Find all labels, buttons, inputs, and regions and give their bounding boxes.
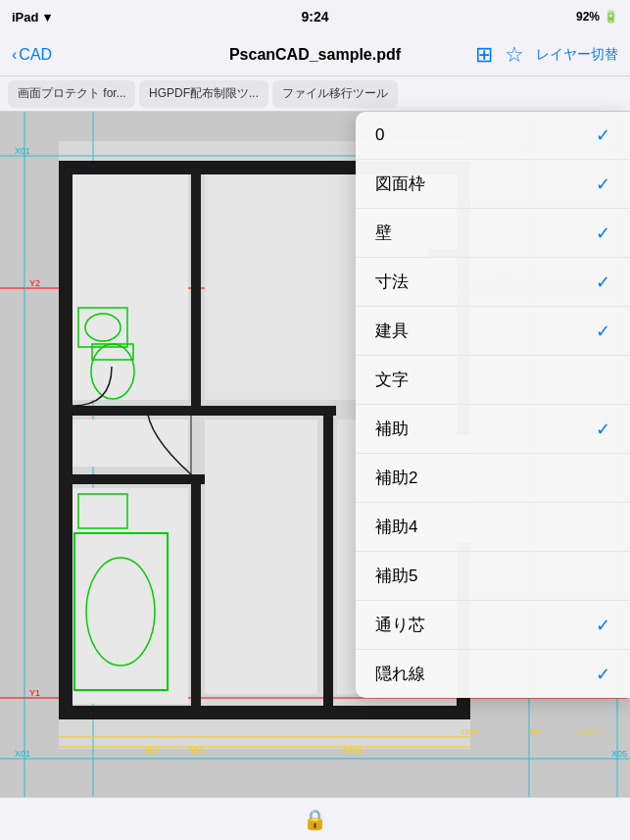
layer-item-2[interactable]: 壁✓	[356, 209, 630, 258]
svg-rect-28	[73, 420, 188, 467]
layer-name-8: 補助4	[375, 516, 417, 538]
layer-name-4: 建具	[375, 320, 409, 342]
tab-item-0[interactable]: 画面プロテクト for...	[8, 80, 135, 108]
layer-item-4[interactable]: 建具✓	[356, 307, 630, 356]
layer-name-3: 寸法	[375, 271, 409, 293]
layer-name-0: 0	[375, 125, 384, 145]
status-bar: iPad ▾ 9:24 92% 🔋	[0, 0, 630, 33]
svg-text:900: 900	[188, 746, 203, 756]
svg-rect-22	[323, 406, 333, 719]
device-label: iPad	[12, 10, 38, 25]
layer-item-5[interactable]: 文字✓	[356, 356, 630, 405]
layer-item-9[interactable]: 補助5✓	[356, 552, 630, 601]
bottom-toolbar: 🔒	[0, 797, 630, 840]
svg-rect-18	[191, 161, 201, 416]
layer-check-0: ✓	[596, 124, 610, 146]
svg-text:900: 900	[144, 746, 159, 756]
status-time: 9:24	[301, 9, 328, 25]
layer-name-6: 補助	[375, 418, 409, 440]
battery-icon: 🔋	[604, 10, 618, 24]
nav-bar: ‹ CAD PscanCAD_sample.pdf ⊞ ☆ レイヤー切替	[0, 33, 630, 76]
layer-check-2: ✓	[596, 222, 610, 244]
svg-text:1250: 1250	[460, 727, 478, 736]
wifi-icon: ▾	[44, 10, 51, 25]
layer-check-6: ✓	[596, 419, 610, 440]
tab-label-2: ファイル移行ツール	[282, 85, 388, 102]
battery-percent: 92%	[576, 10, 600, 24]
layer-name-1: 図面枠	[375, 173, 425, 195]
svg-rect-13	[59, 161, 73, 719]
tab-label-1: HGPDF配布制限ツ...	[149, 85, 259, 102]
chevron-left-icon: ‹	[12, 46, 17, 64]
tab-item-1[interactable]: HGPDF配布制限ツ...	[139, 80, 268, 108]
svg-text:Y2: Y2	[29, 278, 40, 288]
layer-item-8[interactable]: 補助4✓	[356, 503, 630, 552]
layer-item-10[interactable]: 通り芯✓	[356, 601, 630, 650]
layer-toggle-button[interactable]: レイヤー切替	[536, 46, 618, 64]
nav-title: PscanCAD_sample.pdf	[229, 46, 401, 64]
grid-icon[interactable]: ⊞	[475, 42, 493, 68]
layer-name-7: 補助2	[375, 467, 417, 489]
layer-name-10: 通り芯	[375, 614, 425, 636]
layer-name-5: 文字	[375, 369, 409, 391]
layer-check-1: ✓	[596, 173, 610, 195]
svg-rect-20	[59, 406, 206, 416]
layer-item-0[interactable]: 0✓	[356, 112, 630, 160]
svg-text:2700: 2700	[343, 746, 363, 756]
svg-rect-21	[59, 474, 206, 484]
star-icon[interactable]: ☆	[505, 42, 524, 68]
layer-item-1[interactable]: 図面枠✓	[356, 160, 630, 209]
layer-item-7[interactable]: 補助2✓	[356, 454, 630, 503]
svg-text:X01: X01	[15, 749, 30, 759]
layer-name-9: 補助5	[375, 565, 417, 587]
svg-rect-29	[73, 488, 188, 704]
svg-rect-15	[59, 706, 470, 719]
layer-name-11: 隠れ線	[375, 663, 425, 685]
svg-rect-19	[191, 474, 201, 719]
tab-label-0: 画面プロテクト for...	[18, 85, 126, 102]
lock-icon: 🔒	[303, 808, 327, 831]
layer-check-3: ✓	[596, 272, 610, 293]
back-button[interactable]: ‹ CAD	[12, 46, 52, 64]
layer-panel: 0✓図面枠✓壁✓寸法✓建具✓文字✓補助✓補助2✓補助4✓補助5✓通り芯✓隠れ線✓	[356, 112, 630, 698]
layer-item-11[interactable]: 隠れ線✓	[356, 650, 630, 698]
layer-check-10: ✓	[596, 615, 610, 636]
svg-text:X05: X05	[611, 749, 627, 759]
status-right: 92% 🔋	[576, 10, 618, 24]
svg-rect-27	[73, 174, 188, 400]
nav-actions: ⊞ ☆ レイヤー切替	[475, 42, 618, 68]
svg-text:598: 598	[529, 727, 543, 736]
layer-item-6[interactable]: 補助✓	[356, 405, 630, 454]
tab-bar: 画面プロテクト for... HGPDF配布制限ツ... ファイル移行ツール	[0, 76, 630, 112]
layer-check-11: ✓	[596, 664, 610, 685]
layer-item-3[interactable]: 寸法✓	[356, 258, 630, 307]
svg-rect-31	[205, 420, 317, 694]
svg-text:Y1: Y1	[29, 688, 40, 698]
status-left: iPad ▾	[12, 10, 51, 25]
layer-name-2: 壁	[375, 222, 392, 244]
tab-item-2[interactable]: ファイル移行ツール	[272, 80, 398, 108]
svg-text:6-521: 6-521	[578, 727, 599, 736]
svg-text:X01: X01	[15, 146, 30, 156]
back-label: CAD	[19, 46, 52, 64]
layer-check-4: ✓	[596, 321, 610, 342]
svg-rect-23	[191, 406, 336, 416]
